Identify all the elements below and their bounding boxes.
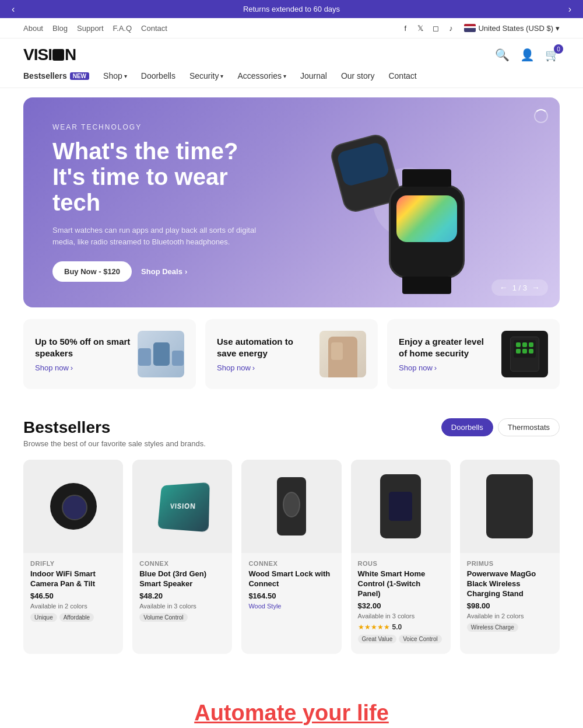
- promo-energy-link[interactable]: Shop now ›: [217, 363, 312, 372]
- promo-speakers-title: Up to 50% off on smart speakers: [35, 336, 131, 359]
- account-icon[interactable]: 👤: [520, 48, 535, 62]
- tiktok-icon[interactable]: ♪: [445, 23, 456, 33]
- utility-nav-right: f 𝕏 ◻ ♪ United States (USD $) ▾: [400, 23, 560, 33]
- utility-link-about[interactable]: About: [23, 24, 43, 33]
- hero-actions: Buy Now - $120 Shop Deals ›: [52, 261, 262, 282]
- product-name-2: Wood Smart Lock with Connect: [248, 569, 334, 589]
- automate-title: Automate your life: [23, 701, 560, 726]
- filter-tabs: Doorbells Thermostats: [441, 418, 560, 436]
- nav-item-our-story[interactable]: Our story: [341, 71, 375, 80]
- logo[interactable]: VISIN: [23, 46, 76, 64]
- product-card-speaker[interactable]: VISION CONNEX Blue Dot (3rd Gen) Smart S…: [132, 460, 232, 654]
- arrow-icon: ›: [434, 363, 437, 372]
- product-tags-1: Volume Control: [139, 613, 225, 622]
- accessories-chevron-icon: ▾: [283, 73, 286, 79]
- product-name-1: Blue Dot (3rd Gen) Smart Speaker: [139, 569, 225, 589]
- promo-energy-title: Use automation to save energy: [217, 336, 312, 359]
- speaker-illustration: VISION: [157, 482, 209, 532]
- product-tags-4: Wireless Charge: [467, 623, 553, 632]
- hero-pagination: ← 1 / 3 →: [491, 279, 548, 296]
- panel-illustration: [380, 474, 421, 538]
- product-brand-0: DRIFLY: [30, 560, 116, 567]
- promo-speakers-link[interactable]: Shop now ›: [35, 363, 131, 372]
- arrow-icon: ›: [71, 363, 73, 372]
- product-colors-0: Available in 2 colors: [30, 603, 116, 610]
- stars-icon: ★★★★★: [358, 623, 390, 631]
- facebook-icon[interactable]: f: [400, 23, 410, 33]
- pagination-next-icon[interactable]: →: [532, 283, 540, 292]
- promo-security-image: [501, 331, 548, 377]
- main-nav: Bestsellers NEW Shop ▾ Doorbells Securit…: [0, 71, 583, 88]
- shop-deals-link[interactable]: Shop Deals ›: [141, 267, 187, 276]
- utility-link-faq[interactable]: F.A.Q: [113, 24, 132, 33]
- watch-large-icon: [389, 185, 465, 278]
- filter-doorbells[interactable]: Doorbells: [441, 418, 493, 436]
- nav-item-journal[interactable]: Journal: [300, 71, 327, 80]
- product-brand-3: ROUS: [358, 560, 444, 567]
- announcement-next[interactable]: ›: [563, 4, 577, 15]
- product-card-panel[interactable]: ROUS White Smart Home Control (1-Switch …: [351, 460, 451, 654]
- announcement-prev[interactable]: ‹: [6, 4, 20, 15]
- nav-item-doorbells[interactable]: Doorbells: [141, 71, 175, 80]
- product-card-camera[interactable]: DRIFLY Indoor WiFi Smart Camera Pan & Ti…: [23, 460, 123, 654]
- utility-link-blog[interactable]: Blog: [52, 24, 68, 33]
- product-price-4: $98.00: [467, 601, 553, 610]
- nav-item-bestsellers[interactable]: Bestsellers NEW: [23, 71, 89, 80]
- main-header: VISIN 🔍 👤 🛒 0: [0, 38, 583, 71]
- security-chevron-icon: ▾: [220, 73, 223, 79]
- product-card-lock[interactable]: CONNEX Wood Smart Lock with Connect $164…: [241, 460, 341, 654]
- cart-icon[interactable]: 🛒 0: [545, 48, 560, 62]
- region-label: United States (USD $): [478, 24, 553, 33]
- hero-image: [265, 97, 560, 307]
- product-brand-4: PRIMUS: [467, 560, 553, 567]
- lock-illustration: [277, 477, 306, 536]
- shop-chevron-icon: ▾: [124, 73, 127, 79]
- product-price-3: $32.00: [358, 601, 444, 610]
- rating-score-3: 5.0: [392, 623, 402, 631]
- promo-security-title: Enjoy a greater level of home security: [399, 336, 494, 359]
- product-card-charger[interactable]: PRIMUS Powerwave MagGo Black Wireless Ch…: [460, 460, 560, 654]
- buy-now-button[interactable]: Buy Now - $120: [52, 261, 132, 282]
- hero-description: Smart watches can run apps and play back…: [52, 225, 262, 247]
- pagination-prev-icon[interactable]: ←: [500, 283, 508, 292]
- product-price-1: $48.20: [139, 592, 225, 600]
- promo-card-energy: Use automation to save energy Shop now ›: [205, 319, 378, 389]
- promo-cards: Up to 50% off on smart speakers Shop now…: [23, 319, 560, 389]
- nav-item-security[interactable]: Security ▾: [189, 71, 224, 80]
- product-image-panel: [351, 460, 451, 553]
- utility-nav: About Blog Support F.A.Q Contact f 𝕏 ◻ ♪…: [0, 18, 583, 38]
- filter-thermostats[interactable]: Thermostats: [498, 418, 560, 436]
- product-image-charger: [460, 460, 560, 553]
- loading-indicator: [534, 109, 548, 123]
- bestsellers-header: Bestsellers Browse the best of our favor…: [23, 418, 560, 448]
- utility-link-support[interactable]: Support: [77, 24, 104, 33]
- bestsellers-section: Bestsellers Browse the best of our favor…: [0, 401, 583, 671]
- product-image-camera: [23, 460, 123, 553]
- utility-link-contact[interactable]: Contact: [141, 24, 167, 33]
- flag-icon: [464, 24, 476, 32]
- instagram-icon[interactable]: ◻: [430, 23, 441, 33]
- social-icons: f 𝕏 ◻ ♪: [400, 23, 456, 33]
- cart-badge: 0: [554, 44, 563, 54]
- product-price-2: $164.50: [248, 592, 334, 600]
- hero-eyebrow: WEAR TECHNOLOGY: [52, 123, 262, 131]
- search-icon[interactable]: 🔍: [495, 48, 510, 62]
- twitter-icon[interactable]: 𝕏: [415, 23, 426, 33]
- promo-security-link[interactable]: Shop now ›: [399, 363, 494, 372]
- region-chevron-icon: ▾: [556, 24, 560, 33]
- product-name-3: White Smart Home Control (1-Switch Panel…: [358, 569, 444, 599]
- new-badge: NEW: [70, 72, 89, 80]
- promo-card-security: Enjoy a greater level of home security S…: [387, 319, 560, 389]
- product-name-4: Powerwave MagGo Black Wireless Charging …: [467, 569, 553, 599]
- product-tags-0: Unique Affordable: [30, 613, 116, 622]
- product-tags-3: Great Value Voice Control: [358, 635, 444, 643]
- arrow-right-icon: ›: [185, 267, 187, 276]
- promo-speakers-image: [138, 331, 184, 377]
- region-selector[interactable]: United States (USD $) ▾: [464, 24, 560, 33]
- nav-item-accessories[interactable]: Accessories ▾: [237, 71, 286, 80]
- announcement-bar: ‹ Returns extended to 60 days ›: [0, 0, 583, 18]
- nav-item-contact[interactable]: Contact: [388, 71, 416, 80]
- nav-item-shop[interactable]: Shop ▾: [103, 71, 127, 80]
- product-style-2: Wood Style: [248, 603, 334, 610]
- charger-illustration: [486, 474, 533, 538]
